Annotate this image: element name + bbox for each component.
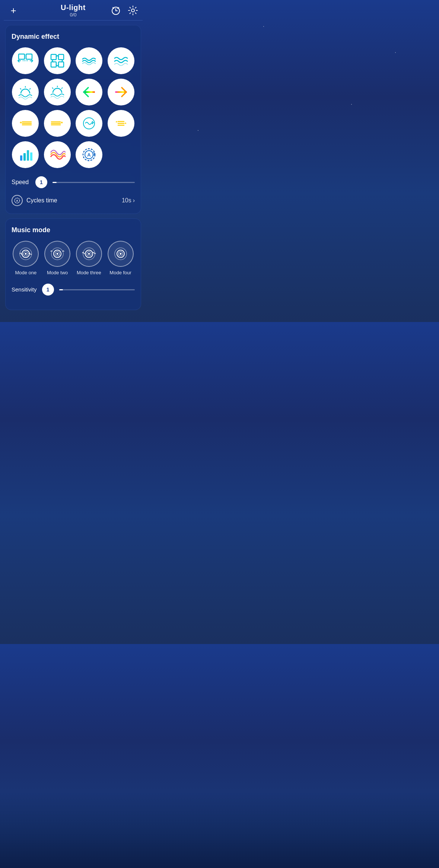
effect-cycle-waves[interactable]	[76, 110, 102, 137]
sensitivity-label: Sensitivity	[12, 286, 37, 293]
auto-icon: A	[14, 197, 20, 204]
header-divider	[4, 20, 143, 20]
app-subtitle: 0/0	[61, 12, 86, 18]
svg-line-19	[52, 88, 53, 89]
svg-rect-6	[19, 54, 25, 59]
svg-point-57	[88, 253, 90, 255]
svg-marker-30	[61, 121, 63, 123]
mode-one-label: Mode one	[15, 270, 36, 275]
music-mode-title: Music mode	[12, 226, 135, 234]
cycles-left: A Cycles time	[12, 195, 57, 206]
mode-four-item[interactable]: Mode four	[106, 241, 135, 275]
cycles-value: 10s ›	[122, 197, 135, 204]
svg-point-5	[131, 9, 134, 12]
svg-rect-12	[58, 54, 64, 60]
settings-icon	[128, 5, 138, 16]
svg-line-17	[29, 88, 31, 89]
dynamic-effect-title: Dynamic effect	[12, 33, 135, 41]
effect-arrow-right-color[interactable]	[108, 79, 134, 105]
speed-track[interactable]	[53, 182, 135, 183]
effect-star-both[interactable]	[108, 110, 134, 137]
effect-star-lines-right[interactable]	[44, 110, 71, 137]
effect-wave-1[interactable]	[76, 47, 102, 74]
svg-marker-23	[20, 121, 22, 123]
effect-expand-horizontal[interactable]	[12, 47, 39, 74]
add-button[interactable]: +	[7, 4, 19, 16]
mode-three-label: Mode three	[77, 270, 101, 275]
mode-one-icon-circle	[13, 241, 39, 267]
app-header: + U-light 0/0	[0, 0, 146, 20]
effect-arrow-left-color[interactable]	[76, 79, 102, 105]
effect-expand-all[interactable]	[44, 47, 71, 74]
mode-four-icon	[112, 246, 129, 262]
dynamic-effect-card: Dynamic effect	[5, 25, 141, 214]
speed-thumb[interactable]: 1	[35, 176, 47, 188]
cycles-label: Cycles time	[26, 197, 57, 204]
svg-point-53	[57, 253, 58, 255]
svg-line-20	[61, 88, 63, 89]
svg-text:A: A	[16, 199, 18, 202]
header-title-block: U-light 0/0	[61, 3, 86, 18]
alarm-icon	[111, 5, 121, 16]
sensitivity-thumb[interactable]: 1	[42, 284, 54, 296]
app-title: U-light	[61, 3, 86, 12]
sensitivity-track[interactable]	[59, 289, 135, 290]
svg-rect-39	[27, 150, 29, 161]
svg-rect-14	[58, 62, 64, 67]
effect-sunrise-1[interactable]	[12, 79, 39, 105]
speed-fill	[53, 182, 57, 183]
effect-equalizer[interactable]	[12, 141, 39, 168]
svg-text:A: A	[88, 152, 91, 158]
svg-rect-38	[23, 153, 26, 161]
svg-line-16	[20, 88, 21, 89]
svg-rect-37	[20, 155, 22, 161]
mode-three-icon	[81, 246, 97, 262]
mode-two-icon	[49, 246, 66, 262]
mode-two-icon-circle	[44, 241, 70, 267]
svg-rect-11	[51, 54, 56, 60]
svg-point-61	[120, 253, 121, 255]
speed-row: Speed 1	[12, 176, 135, 188]
mode-three-item[interactable]: Mode three	[75, 241, 104, 275]
mode-one-item[interactable]: Mode one	[12, 241, 40, 275]
settings-button[interactable]	[127, 4, 139, 16]
effect-color-waves[interactable]	[44, 141, 71, 168]
svg-rect-13	[51, 62, 56, 67]
mode-two-item[interactable]: Mode two	[43, 241, 72, 275]
mode-four-icon-circle	[108, 241, 134, 267]
effect-sunrise-2[interactable]	[44, 79, 71, 105]
effect-wave-2[interactable]	[108, 47, 134, 74]
music-mode-grid: Mode one Mode two	[12, 241, 135, 275]
svg-rect-40	[30, 152, 32, 161]
cycles-chevron: ›	[133, 197, 135, 204]
sensitivity-fill	[59, 289, 63, 290]
effect-star-lines-left[interactable]	[12, 110, 39, 137]
svg-marker-32	[115, 121, 118, 123]
mode-two-label: Mode two	[47, 270, 68, 275]
cycles-icon: A	[12, 195, 23, 206]
mode-three-icon-circle	[76, 241, 102, 267]
svg-point-49	[25, 253, 27, 255]
effect-auto-cycle[interactable]: A	[76, 141, 102, 168]
sensitivity-row: Sensitivity 1	[12, 284, 135, 296]
cycles-time-row[interactable]: A Cycles time 10s ›	[12, 195, 135, 206]
mode-four-label: Mode four	[109, 270, 131, 275]
effect-grid: A	[12, 47, 135, 168]
svg-marker-36	[124, 122, 127, 124]
header-actions	[110, 4, 139, 16]
mode-one-icon	[18, 246, 34, 262]
svg-rect-7	[26, 54, 32, 59]
music-mode-card: Music mode Mode one	[5, 218, 141, 310]
speed-label: Speed	[12, 179, 30, 186]
alarm-button[interactable]	[110, 4, 122, 16]
